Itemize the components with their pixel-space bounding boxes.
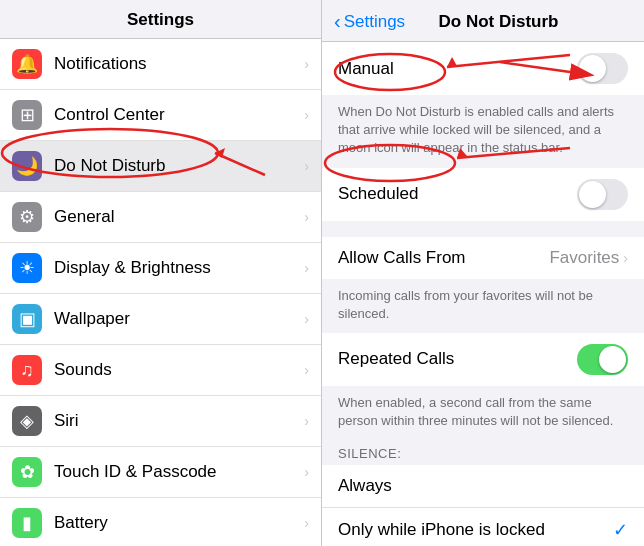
allow-calls-desc-section: Incoming calls from your favorites will … [322, 279, 644, 333]
sounds-icon: ♫ [12, 355, 42, 385]
locked-label: Only while iPhone is locked [338, 520, 613, 540]
sidebar-item-label-battery: Battery [54, 513, 304, 533]
sidebar-item-label-sounds: Sounds [54, 360, 304, 380]
manual-desc-section: When Do Not Disturb is enabled calls and… [322, 95, 644, 168]
manual-toggle[interactable] [577, 53, 628, 84]
sidebar-item-chevron-do-not-disturb: › [304, 158, 309, 174]
manual-section: Manual [322, 42, 644, 95]
sidebar-item-chevron-siri: › [304, 413, 309, 429]
repeated-calls-label: Repeated Calls [338, 349, 577, 369]
do-not-disturb-icon: 🌙 [12, 151, 42, 181]
do-not-disturb-panel: ‹ Settings Do Not Disturb Manual When Do… [322, 0, 644, 546]
sidebar-item-label-general: General [54, 207, 304, 227]
manual-desc: When Do Not Disturb is enabled calls and… [338, 103, 628, 158]
manual-label: Manual [338, 59, 577, 79]
sidebar-item-chevron-notifications: › [304, 56, 309, 72]
settings-list: 🔔Notifications›⊞Control Center›🌙Do Not D… [0, 39, 321, 546]
manual-row[interactable]: Manual [322, 42, 644, 95]
sidebar-item-label-display-brightness: Display & Brightness [54, 258, 304, 278]
right-content: Manual When Do Not Disturb is enabled ca… [322, 42, 644, 546]
sidebar-item-chevron-display-brightness: › [304, 260, 309, 276]
control-center-icon: ⊞ [12, 100, 42, 130]
repeated-calls-desc-section: When enabled, a second call from the sam… [322, 386, 644, 440]
locked-row[interactable]: Only while iPhone is locked ✓ [322, 508, 644, 546]
scheduled-section: Scheduled [322, 168, 644, 221]
sidebar-item-general[interactable]: ⚙General› [0, 192, 321, 243]
silence-label: SILENCE: [322, 440, 644, 465]
sidebar-item-label-wallpaper: Wallpaper [54, 309, 304, 329]
locked-checkmark-icon: ✓ [613, 519, 628, 541]
scheduled-toggle-knob [579, 181, 606, 208]
notifications-icon: 🔔 [12, 49, 42, 79]
sidebar-item-chevron-touch-id: › [304, 464, 309, 480]
sidebar-item-control-center[interactable]: ⊞Control Center› [0, 90, 321, 141]
general-icon: ⚙ [12, 202, 42, 232]
sidebar-item-notifications[interactable]: 🔔Notifications› [0, 39, 321, 90]
sidebar-item-chevron-sounds: › [304, 362, 309, 378]
wallpaper-icon: ▣ [12, 304, 42, 334]
right-header: ‹ Settings Do Not Disturb [322, 0, 644, 42]
silence-section: Always Only while iPhone is locked ✓ [322, 465, 644, 546]
left-title: Settings [127, 10, 194, 29]
sidebar-item-do-not-disturb[interactable]: 🌙Do Not Disturb› [0, 141, 321, 192]
sidebar-item-chevron-battery: › [304, 515, 309, 531]
sidebar-item-label-siri: Siri [54, 411, 304, 431]
battery-icon: ▮ [12, 508, 42, 538]
gap1 [322, 221, 644, 237]
scheduled-toggle[interactable] [577, 179, 628, 210]
repeated-calls-toggle-knob [599, 346, 626, 373]
allow-calls-section: Allow Calls From Favorites › [322, 237, 644, 279]
sidebar-item-wallpaper[interactable]: ▣Wallpaper› [0, 294, 321, 345]
allow-calls-desc: Incoming calls from your favorites will … [338, 287, 628, 323]
scheduled-label: Scheduled [338, 184, 577, 204]
display-brightness-icon: ☀ [12, 253, 42, 283]
sidebar-item-chevron-general: › [304, 209, 309, 225]
siri-icon: ◈ [12, 406, 42, 436]
scheduled-row[interactable]: Scheduled [322, 168, 644, 221]
manual-toggle-knob [579, 55, 606, 82]
page-title: Do Not Disturb [365, 12, 632, 32]
sidebar-item-label-notifications: Notifications [54, 54, 304, 74]
sidebar-item-chevron-control-center: › [304, 107, 309, 123]
repeated-calls-desc: When enabled, a second call from the sam… [338, 394, 628, 430]
allow-calls-value: Favorites [549, 248, 619, 268]
sidebar-item-chevron-wallpaper: › [304, 311, 309, 327]
repeated-calls-section: Repeated Calls [322, 333, 644, 386]
sidebar-item-sounds[interactable]: ♫Sounds› [0, 345, 321, 396]
allow-calls-chevron-icon: › [623, 250, 628, 266]
back-chevron-icon: ‹ [334, 10, 341, 33]
always-row[interactable]: Always [322, 465, 644, 508]
sidebar-item-display-brightness[interactable]: ☀Display & Brightness› [0, 243, 321, 294]
sidebar-item-label-do-not-disturb: Do Not Disturb [54, 156, 304, 176]
sidebar-item-touch-id[interactable]: ✿Touch ID & Passcode› [0, 447, 321, 498]
allow-calls-label: Allow Calls From [338, 248, 549, 268]
sidebar-item-siri[interactable]: ◈Siri› [0, 396, 321, 447]
allow-calls-row[interactable]: Allow Calls From Favorites › [322, 237, 644, 279]
settings-sidebar: Settings 🔔Notifications›⊞Control Center›… [0, 0, 322, 546]
left-header: Settings [0, 0, 321, 39]
sidebar-item-label-touch-id: Touch ID & Passcode [54, 462, 304, 482]
repeated-calls-toggle[interactable] [577, 344, 628, 375]
touch-id-icon: ✿ [12, 457, 42, 487]
repeated-calls-row[interactable]: Repeated Calls [322, 333, 644, 386]
sidebar-item-battery[interactable]: ▮Battery› [0, 498, 321, 546]
sidebar-item-label-control-center: Control Center [54, 105, 304, 125]
always-label: Always [338, 476, 628, 496]
